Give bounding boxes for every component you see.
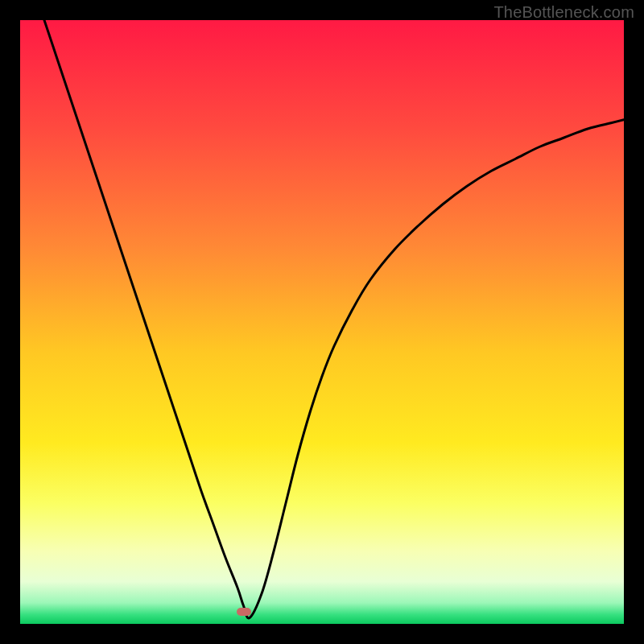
plot-area	[20, 20, 624, 624]
bottleneck-curve	[20, 20, 624, 624]
chart-frame: TheBottleneck.com	[0, 0, 644, 644]
watermark-text: TheBottleneck.com	[493, 3, 634, 22]
minimum-marker	[237, 608, 251, 616]
